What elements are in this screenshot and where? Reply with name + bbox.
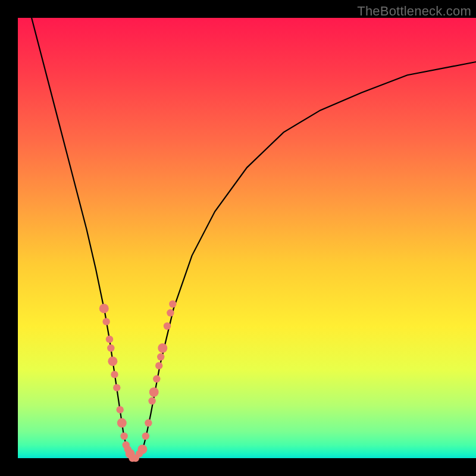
data-marker bbox=[99, 303, 109, 313]
data-marker bbox=[113, 384, 120, 391]
data-marker bbox=[145, 419, 152, 427]
data-marker bbox=[137, 444, 147, 454]
data-marker bbox=[153, 375, 160, 383]
data-marker bbox=[164, 322, 171, 330]
bottleneck-curve-svg bbox=[18, 18, 476, 458]
data-marker bbox=[117, 418, 127, 428]
data-marker bbox=[108, 356, 117, 366]
data-marker bbox=[102, 318, 109, 325]
data-marker bbox=[169, 300, 176, 308]
data-marker bbox=[111, 371, 118, 378]
watermark: TheBottleneck.com bbox=[357, 4, 471, 19]
bottleneck-curve-path bbox=[32, 18, 476, 458]
data-marker bbox=[120, 433, 127, 440]
data-marker bbox=[167, 309, 174, 317]
plot-area bbox=[18, 18, 476, 458]
data-marker bbox=[117, 406, 124, 413]
marker-group bbox=[99, 300, 177, 462]
data-marker bbox=[157, 353, 164, 361]
data-marker bbox=[149, 387, 159, 397]
data-marker bbox=[158, 343, 167, 353]
data-marker bbox=[107, 345, 114, 352]
data-marker bbox=[155, 362, 162, 369]
data-marker bbox=[106, 336, 113, 343]
data-marker bbox=[142, 433, 149, 440]
data-marker bbox=[148, 397, 155, 405]
chart-frame: TheBottleneck.com bbox=[0, 0, 476, 476]
